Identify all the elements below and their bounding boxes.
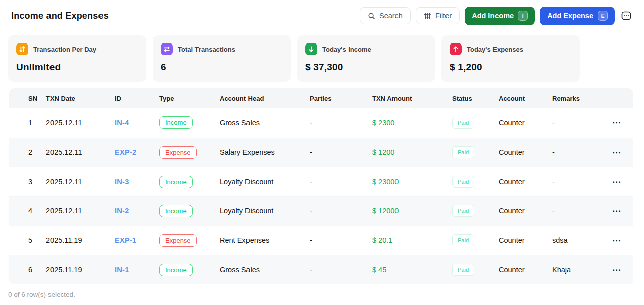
cell-remarks: - [552, 108, 612, 138]
cell-remarks: - [552, 138, 612, 167]
txn-id-link[interactable]: IN-2 [115, 207, 129, 215]
row-actions-button[interactable]: ⋯ [612, 118, 621, 127]
row-actions-button[interactable]: ⋯ [612, 236, 621, 245]
filter-button-label: Filter [435, 12, 452, 20]
table-row[interactable]: 5 2025.11.19 EXP-1 Expense Rent Expenses… [9, 226, 633, 255]
cell-account-head: Salary Expenses [220, 138, 310, 167]
row-actions-button[interactable]: ⋯ [612, 148, 621, 157]
stat-card-label: Transaction Per Day [33, 46, 96, 53]
stat-card-value: $ 1,200 [450, 62, 572, 73]
add-expense-label: Add Expense [547, 12, 593, 20]
table-row[interactable]: 6 2025.11.19 IN-1 Income Gross Sales - $… [9, 255, 633, 284]
status-badge: Paid [452, 146, 474, 158]
more-options-button[interactable] [620, 9, 633, 22]
filter-button[interactable]: Filter [416, 7, 460, 24]
cell-account-head: Loyalty Discount [220, 167, 310, 196]
txn-id-link[interactable]: EXP-2 [115, 148, 136, 156]
cell-txn-amount: $ 23000 [372, 167, 452, 196]
cell-sn: 5 [9, 226, 46, 255]
arrows-left-right-icon [161, 43, 173, 55]
stat-card-value: $ 37,300 [305, 62, 427, 73]
cell-account-head: Gross Sales [220, 255, 310, 284]
page-title: Income and Expenses [11, 11, 109, 21]
table-row[interactable]: 2 2025.12.11 EXP-2 Expense Salary Expens… [9, 138, 633, 167]
row-actions-button[interactable]: ⋯ [612, 178, 621, 186]
cell-parties: - [310, 255, 372, 284]
stat-card: Total Transactions 6 [153, 35, 291, 82]
type-badge: Expense [159, 146, 197, 159]
cell-txn-date: 2025.12.11 [46, 138, 115, 167]
cell-txn-amount: $ 45 [372, 255, 452, 284]
arrows-down-up-icon [16, 43, 28, 55]
search-button-label: Search [379, 12, 403, 20]
cell-parties: - [310, 226, 372, 255]
add-expense-button[interactable]: Add Expense E [540, 7, 615, 25]
selection-status: 0 of 6 row(s) selected. [8, 291, 644, 298]
add-income-label: Add Income [472, 12, 514, 20]
cell-txn-amount: $ 2300 [372, 108, 452, 138]
cell-sn: 4 [9, 196, 46, 226]
stat-card-label: Today's Income [322, 46, 371, 53]
stat-card: Transaction Per Day Unlimited [8, 35, 146, 82]
cell-account: Counter [499, 196, 552, 226]
stat-card-value: Unlimited [16, 62, 138, 73]
stat-card-value: 6 [161, 62, 283, 73]
column-header: ID [115, 88, 159, 108]
table-row[interactable]: 3 2025.12.11 IN-3 Income Loyalty Discoun… [9, 167, 633, 196]
row-actions-button[interactable]: ⋯ [612, 266, 621, 274]
cell-remarks: - [552, 167, 612, 196]
search-icon [368, 12, 375, 20]
add-income-shortcut-badge: I [518, 11, 528, 21]
cell-txn-amount: $ 1200 [372, 138, 452, 167]
status-badge: Paid [452, 117, 474, 129]
column-header: Remarks [552, 88, 612, 108]
cell-parties: - [310, 138, 372, 167]
add-expense-shortcut-badge: E [598, 11, 608, 21]
topbar: Income and Expenses Search Filter Add In… [0, 0, 644, 31]
cell-txn-amount: $ 20.1 [372, 226, 452, 255]
arrow-up-icon [450, 43, 462, 55]
cell-txn-date: 2025.12.11 [46, 108, 115, 138]
type-badge: Income [159, 116, 193, 129]
ellipsis-box-icon [621, 10, 632, 21]
txn-id-link[interactable]: IN-4 [115, 119, 129, 127]
status-badge: Paid [452, 205, 474, 217]
status-badge: Paid [452, 234, 474, 246]
cell-txn-date: 2025.12.11 [46, 196, 115, 226]
filter-sliders-icon [424, 12, 431, 20]
cell-account: Counter [499, 138, 552, 167]
add-income-button[interactable]: Add Income I [465, 7, 535, 25]
stat-card: Today's Income $ 37,300 [297, 35, 435, 82]
cell-parties: - [310, 196, 372, 226]
cell-account-head: Gross Sales [220, 108, 310, 138]
cell-parties: - [310, 108, 372, 138]
cell-parties: - [310, 167, 372, 196]
column-header: Parties [310, 88, 372, 108]
txn-id-link[interactable]: EXP-1 [115, 236, 136, 244]
row-actions-button[interactable]: ⋯ [612, 207, 621, 215]
cell-account-head: Rent Expenses [220, 226, 310, 255]
topbar-actions: Search Filter Add Income I Add Expense E [360, 7, 633, 25]
table-row[interactable]: 4 2025.12.11 IN-2 Income Loyalty Discoun… [9, 196, 633, 226]
stat-card-label: Today's Expenses [467, 46, 523, 53]
cell-sn: 6 [9, 255, 46, 284]
cell-remarks: sdsa [552, 226, 612, 255]
cell-account: Counter [499, 255, 552, 284]
cell-sn: 2 [9, 138, 46, 167]
stat-card: Today's Expenses $ 1,200 [441, 35, 580, 82]
txn-id-link[interactable]: IN-3 [115, 178, 129, 186]
table-row[interactable]: 1 2025.12.11 IN-4 Income Gross Sales - $… [9, 108, 633, 138]
type-badge: Income [159, 264, 193, 276]
cell-txn-date: 2025.11.19 [46, 226, 115, 255]
cell-sn: 1 [9, 108, 46, 138]
column-header: Account Head [220, 88, 310, 108]
table-header-row: SNTXN DateIDTypeAccount HeadPartiesTXN A… [9, 88, 633, 108]
cell-txn-date: 2025.12.11 [46, 167, 115, 196]
arrow-down-icon [305, 43, 317, 55]
column-header: TXN Date [46, 88, 115, 108]
cell-sn: 3 [9, 167, 46, 196]
txn-id-link[interactable]: IN-1 [115, 266, 129, 274]
column-header: Status [452, 88, 499, 108]
cell-remarks: Khaja [552, 255, 612, 284]
search-button[interactable]: Search [360, 7, 411, 24]
